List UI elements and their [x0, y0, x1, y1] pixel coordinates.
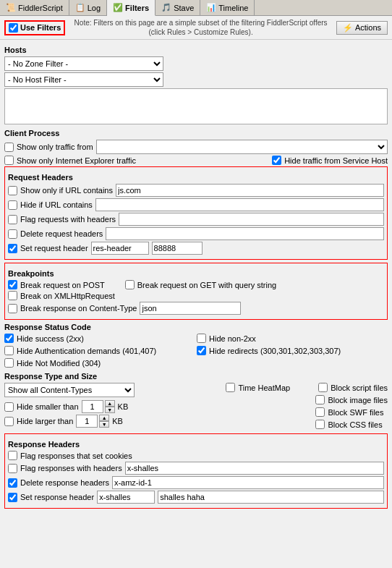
show-only-ie-row: Show only Internet Explorer traffic Hide…: [4, 156, 388, 165]
delete-response-input[interactable]: [112, 476, 384, 489]
hide-smaller-down-btn[interactable]: ▼: [105, 407, 115, 413]
show-only-traffic-checkbox[interactable]: [4, 143, 14, 152]
header-row: Use Filters Note: Filters on this page a…: [0, 16, 392, 40]
time-heatmap-checkbox[interactable]: [226, 383, 235, 392]
breakpoints-label: Breakpoints: [8, 269, 384, 278]
block-image-row: Block image files: [226, 395, 388, 404]
set-request-checkbox[interactable]: [8, 244, 17, 253]
use-filters-checkbox[interactable]: [9, 23, 18, 33]
break-content-type-input[interactable]: [140, 302, 241, 315]
delete-response-row: Delete response headers: [8, 476, 384, 489]
flag-cookies-row: Flag responses that set cookies: [8, 451, 384, 460]
set-response-value-input[interactable]: [158, 491, 384, 504]
tab-filters[interactable]: ✅ Filters: [107, 0, 155, 16]
flag-cookies-checkbox[interactable]: [8, 451, 17, 460]
hide-larger-input[interactable]: [76, 415, 98, 428]
hide-if-url-row: Hide if URL contains: [8, 198, 384, 211]
tab-fiddlerscript[interactable]: 📜 FiddlerScript: [0, 0, 69, 15]
hide-non2xx-checkbox[interactable]: [197, 334, 206, 343]
hide-auth-row: Hide Authentication demands (401,407): [4, 346, 195, 355]
tab-bar: 📜 FiddlerScript 📋 Log ✅ Filters 🎵 Stave …: [0, 0, 392, 16]
set-response-checkbox[interactable]: [8, 493, 17, 502]
break-post-row: Break request on POST Break request on G…: [8, 280, 384, 289]
use-filters-label[interactable]: Use Filters: [4, 20, 65, 35]
client-process-label: Client Process: [4, 129, 388, 137]
block-swf-checkbox[interactable]: [315, 407, 325, 417]
hide-redirects-row: Hide redirects (300,301,302,303,307): [197, 346, 388, 355]
filters-icon: ✅: [113, 3, 123, 12]
flag-with-headers-input[interactable]: [125, 462, 384, 475]
flag-requests-checkbox[interactable]: [8, 215, 17, 224]
delete-response-checkbox[interactable]: [8, 478, 17, 488]
break-get-checkbox[interactable]: [125, 280, 135, 289]
set-request-row: Set request header: [8, 242, 384, 255]
response-type-left: Show all Content-Types Hide smaller than…: [4, 383, 220, 431]
stave-icon: 🎵: [161, 3, 171, 12]
hide-smaller-spinner: ▲ ▼: [82, 400, 115, 413]
actions-button[interactable]: ⚡ Actions: [336, 21, 388, 35]
hide-smaller-row: Hide smaller than ▲ ▼ KB: [4, 400, 220, 413]
set-request-name-input[interactable]: [91, 242, 149, 255]
set-request-value-input[interactable]: [152, 242, 203, 255]
hide-redirects-checkbox[interactable]: [197, 346, 206, 355]
block-swf-row: Block SWF files: [226, 407, 388, 417]
hide-success-row: Hide success (2xx): [4, 334, 195, 343]
hide-larger-down-btn[interactable]: ▼: [99, 421, 109, 428]
response-headers-label: Response Headers: [8, 440, 384, 449]
hide-success-checkbox[interactable]: [4, 334, 14, 343]
hide-service-host-checkbox[interactable]: [272, 156, 281, 165]
set-response-row: Set response header: [8, 491, 384, 504]
hide-not-modified-row: Hide Not Modified (304): [4, 358, 195, 368]
delete-request-checkbox[interactable]: [8, 229, 17, 239]
actions-icon: ⚡: [343, 23, 353, 33]
note-text: Note: Filters on this page are a simple …: [69, 18, 332, 37]
hide-larger-row: Hide larger than ▲ ▼ KB: [4, 415, 220, 428]
hide-larger-up-btn[interactable]: ▲: [99, 415, 109, 421]
hide-if-url-checkbox[interactable]: [8, 200, 17, 210]
content-type-dropdown[interactable]: Show all Content-Types: [4, 383, 135, 397]
break-post-checkbox[interactable]: [8, 280, 17, 289]
tab-timeline[interactable]: 📊 Timeline: [200, 0, 255, 15]
log-icon: 📋: [75, 3, 85, 12]
response-type-label: Response Type and Size: [4, 372, 388, 381]
block-css-row: Block CSS files: [226, 420, 388, 429]
traffic-from-dropdown[interactable]: [96, 140, 388, 154]
hosts-section-label: Hosts: [4, 46, 388, 54]
hosts-textarea[interactable]: [4, 88, 388, 124]
host-filter-dropdown[interactable]: - No Host Filter -: [4, 72, 163, 87]
timeline-icon: 📊: [206, 3, 216, 12]
show-only-url-input[interactable]: [116, 184, 384, 197]
hide-smaller-input[interactable]: [82, 400, 103, 413]
hide-auth-checkbox[interactable]: [4, 346, 14, 355]
response-type-right: Time HeatMap Block script files Block im…: [226, 383, 388, 431]
flag-requests-row: Flag requests with headers: [8, 213, 384, 226]
block-script-checkbox[interactable]: [318, 383, 328, 392]
break-xml-checkbox[interactable]: [8, 291, 17, 300]
break-content-type-row: Break response on Content-Type: [8, 302, 384, 315]
zone-filter-dropdown[interactable]: - No Zone Filter -: [4, 56, 163, 71]
response-status-label: Response Status Code: [4, 323, 388, 331]
delete-request-row: Delete request headers: [8, 227, 384, 240]
block-image-checkbox[interactable]: [315, 395, 325, 404]
set-response-name-input[interactable]: [97, 491, 155, 504]
hide-larger-checkbox[interactable]: [4, 417, 14, 426]
flag-requests-input[interactable]: [119, 213, 384, 226]
hide-smaller-checkbox[interactable]: [4, 402, 14, 412]
break-content-type-checkbox[interactable]: [8, 304, 17, 313]
show-only-ie-checkbox[interactable]: [4, 156, 14, 165]
hide-smaller-up-btn[interactable]: ▲: [105, 400, 115, 407]
block-css-checkbox[interactable]: [315, 420, 325, 429]
show-only-url-row: Show only if URL contains: [8, 184, 384, 197]
tab-stave[interactable]: 🎵 Stave: [155, 0, 200, 15]
content-type-row: Show all Content-Types: [4, 383, 220, 397]
response-status-grid: Hide success (2xx) Hide non-2xx Hide Aut…: [4, 334, 388, 369]
hide-if-url-input[interactable]: [95, 198, 384, 211]
show-only-url-checkbox[interactable]: [8, 186, 17, 195]
hide-not-modified-checkbox[interactable]: [4, 358, 14, 368]
delete-request-input[interactable]: [106, 227, 384, 240]
tab-log[interactable]: 📋 Log: [69, 0, 107, 15]
hide-larger-spinner: ▲ ▼: [76, 415, 109, 428]
hide-smaller-spinner-btns: ▲ ▼: [105, 400, 115, 413]
request-headers-section: Request Headers Show only if URL contain…: [4, 166, 388, 260]
flag-with-headers-checkbox[interactable]: [8, 464, 17, 473]
